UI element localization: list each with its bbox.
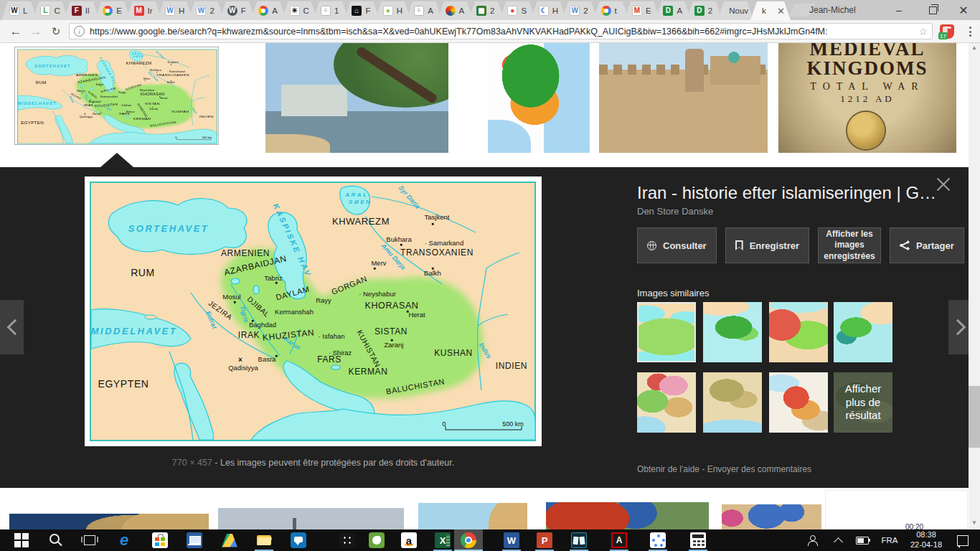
tab-crescent[interactable]: ☾H: [531, 1, 567, 20]
window-close-button[interactable]: ✕: [951, 0, 976, 20]
forward-button[interactable]: →: [26, 20, 46, 43]
edge-taskbar-button[interactable]: e: [110, 529, 138, 551]
share-button[interactable]: Partager: [890, 227, 964, 263]
geogebra-taskbar-button[interactable]: [644, 529, 672, 551]
result-thumbnail-africa-map[interactable]: [488, 43, 590, 153]
tab-google[interactable]: A: [250, 1, 286, 20]
get-help-link[interactable]: Obtenir de l'aide: [637, 464, 699, 474]
clock[interactable]: 08:38 22-04-18: [904, 529, 948, 551]
tab-new-page[interactable]: Nouv: [717, 1, 753, 20]
scroll-down-arrow[interactable]: ▼: [969, 518, 980, 528]
skype-taskbar-button[interactable]: [284, 529, 313, 551]
scroll-up-arrow[interactable]: ▲: [969, 43, 980, 53]
tab-wordpress[interactable]: WF: [220, 1, 255, 20]
tab-title: Ir: [148, 6, 153, 15]
tab-red-m[interactable]: MIr: [126, 1, 162, 20]
similar-thumbnail[interactable]: [834, 302, 892, 362]
google-drive-taskbar-button[interactable]: [215, 529, 244, 551]
similar-thumbnail[interactable]: [769, 372, 828, 433]
app-grid-taskbar-button[interactable]: [333, 529, 362, 551]
tab-blue-w[interactable]: W2: [562, 1, 598, 20]
view-saved-button[interactable]: Afficher les images enregistrées: [818, 227, 881, 263]
tab-green-d[interactable]: DA: [655, 1, 691, 20]
tab-document[interactable]: ≡1: [313, 1, 349, 20]
show-hidden-icons-button[interactable]: [826, 529, 849, 551]
similar-thumbnail[interactable]: [769, 302, 828, 362]
search-taskbar-button[interactable]: [42, 529, 70, 551]
result-thumbnail[interactable]: [722, 504, 821, 529]
tab-active-khwarezm[interactable]: k ✕: [750, 1, 791, 20]
tab-google[interactable]: t: [593, 1, 629, 20]
tab-document[interactable]: ≡A: [406, 1, 442, 20]
back-button[interactable]: ←: [6, 20, 26, 43]
similar-thumbnail[interactable]: [637, 372, 696, 433]
battery-tray-button[interactable]: [851, 529, 874, 551]
file-explorer-taskbar-button[interactable]: [250, 529, 278, 551]
similar-thumbnail[interactable]: [703, 372, 762, 433]
amazon-taskbar-button[interactable]: a: [395, 529, 423, 551]
scrollbar-thumb[interactable]: [969, 386, 980, 448]
tab-green-d[interactable]: D2: [687, 1, 722, 20]
task-view-taskbar-button[interactable]: [75, 529, 104, 551]
chrome-menu-button[interactable]: [965, 26, 975, 37]
visit-button[interactable]: Consulter: [637, 227, 717, 263]
show-more-results-tile[interactable]: Afficher plus de résultat: [834, 372, 892, 433]
crescent-favicon: ☾: [539, 6, 549, 16]
tab-blue-w[interactable]: WH: [157, 1, 193, 20]
tab-wikipedia[interactable]: WL: [1, 1, 37, 20]
result-thumbnail-video[interactable]: 00:20: [825, 490, 968, 529]
remote-app-taskbar-button[interactable]: [180, 529, 209, 551]
result-thumbnail-city-walls-photo[interactable]: [599, 43, 768, 153]
powerpoint-taskbar-button[interactable]: P: [530, 529, 559, 551]
chrome-taskbar-button[interactable]: [454, 529, 483, 551]
tab-green-sheet[interactable]: ▦2: [468, 1, 504, 20]
wikipedia-favicon: W: [9, 6, 19, 16]
tab-map-pin[interactable]: ●S: [499, 1, 535, 20]
language-indicator[interactable]: FRA: [875, 529, 904, 551]
window-restore-button[interactable]: [920, 0, 945, 20]
preview-image[interactable]: SORTEHAVETMIDDELHAVETKASPISKE HAVARAL-SØ…: [85, 176, 542, 446]
result-thumbnail[interactable]: [546, 502, 709, 529]
word-taskbar-button[interactable]: W: [497, 529, 526, 551]
window-minimize-button[interactable]: –: [887, 0, 911, 20]
evernote-taskbar-button[interactable]: [362, 529, 391, 551]
result-thumbnail-medieval-kingdoms-poster[interactable]: MEDIEVAL KINGDOMS TOTAL WAR 1212 AD: [778, 43, 956, 153]
result-thumbnail[interactable]: [218, 508, 404, 529]
map-label-basra: Basra: [258, 356, 276, 363]
tab-gmail[interactable]: ME: [624, 1, 660, 20]
result-thumbnail-tree-photo[interactable]: [265, 43, 448, 153]
tab-sun[interactable]: ☀C: [282, 1, 318, 20]
address-bar[interactable]: i https://www.google.be/search?q=khwarez…: [69, 23, 933, 39]
start-taskbar-button[interactable]: [7, 529, 36, 551]
acrobat-taskbar-button[interactable]: A: [605, 529, 633, 551]
page-scrollbar[interactable]: ▲ ▼: [969, 43, 980, 529]
tab-google[interactable]: E: [95, 1, 131, 20]
tab-maroon-f[interactable]: FIl: [64, 1, 100, 20]
url-text[interactable]: https://www.google.be/search?q=khwarezm&…: [90, 27, 914, 37]
send-feedback-link[interactable]: Envoyer des commentaires: [707, 464, 811, 474]
excel-taskbar-button[interactable]: X: [428, 529, 457, 551]
save-button[interactable]: Enregistrer: [725, 227, 809, 263]
similar-thumbnail-selected[interactable]: [637, 302, 696, 362]
calculator-taskbar-button[interactable]: [684, 529, 712, 551]
tab-green-l[interactable]: LC: [32, 1, 68, 20]
people-tray-button[interactable]: [798, 529, 824, 551]
similar-thumbnail[interactable]: [703, 302, 762, 362]
store-taskbar-button[interactable]: [146, 529, 174, 551]
reader-taskbar-button[interactable]: [565, 529, 593, 551]
page-info-icon[interactable]: i: [74, 26, 85, 37]
tab-swirl[interactable]: A: [438, 1, 473, 20]
tab-blue-w[interactable]: W2: [188, 1, 224, 20]
extension-button[interactable]: 17: [940, 24, 954, 39]
result-thumbnail[interactable]: [9, 514, 209, 529]
reload-button[interactable]: ↻: [46, 20, 66, 43]
result-thumbnail[interactable]: [418, 503, 527, 529]
tab-close-icon[interactable]: ✕: [777, 6, 785, 16]
tab-green-dot[interactable]: ●H: [375, 1, 411, 20]
bookmark-star-icon[interactable]: ☆: [918, 26, 928, 37]
tab-museum[interactable]: ⌂F: [344, 1, 380, 20]
previous-image-button[interactable]: [0, 300, 24, 354]
result-thumbnail-selected-map[interactable]: SORTEHAVETMIDDELHAVETKASPISKE HAVARAL-SØ…: [14, 47, 219, 145]
action-center-button[interactable]: [950, 529, 976, 551]
preview-title[interactable]: Iran - historie efter islamiseringen | G…: [637, 183, 938, 203]
